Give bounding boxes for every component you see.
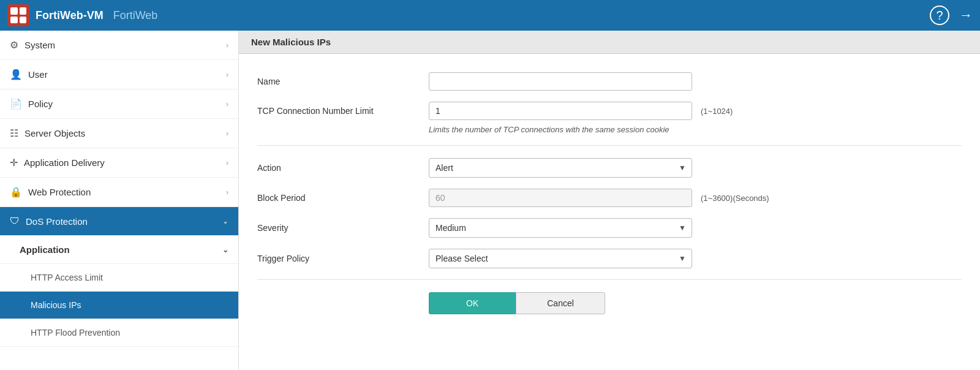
sidebar-item-user[interactable]: 👤 User › xyxy=(0,60,238,89)
lock-icon: 🔒 xyxy=(10,186,22,198)
severity-row: Severity Low Medium High Critical ▼ xyxy=(257,218,962,238)
sidebar-item-http-flood-prevention[interactable]: HTTP Flood Prevention xyxy=(0,319,238,347)
tcp-connection-description: Limits the number of TCP connections wit… xyxy=(429,125,962,134)
sidebar-label-http-access-limit: HTTP Access Limit xyxy=(31,273,228,282)
name-label: Name xyxy=(257,77,429,86)
block-period-row: Block Period (1~3600)(Seconds) xyxy=(257,189,962,207)
gear-icon: ⚙ xyxy=(10,39,18,51)
severity-select-wrapper: Low Medium High Critical ▼ xyxy=(429,218,692,238)
sidebar-label-application-delivery: Application Delivery xyxy=(24,157,226,168)
trigger-policy-row: Trigger Policy Please Select ▼ xyxy=(257,249,962,268)
sidebar-label-system: System xyxy=(24,40,226,50)
ok-button[interactable]: OK xyxy=(429,292,516,314)
policy-icon: 📄 xyxy=(10,98,22,110)
sidebar-item-server-objects[interactable]: ☷ Server Objects › xyxy=(0,119,238,148)
block-period-label: Block Period xyxy=(257,193,429,203)
topbar-product: FortiWeb-VM xyxy=(36,9,104,22)
tcp-connection-row: TCP Connection Number Limit (1~1024) xyxy=(257,102,962,120)
trigger-policy-label: Trigger Policy xyxy=(257,254,429,263)
topbar: FortiWeb-VM FortiWeb ? → xyxy=(0,0,980,31)
sidebar-label-malicious-ips: Malicious IPs xyxy=(31,300,228,310)
sidebar-item-http-access-limit[interactable]: HTTP Access Limit xyxy=(0,264,238,292)
page-title: New Malicious IPs xyxy=(239,31,980,54)
shield-icon: 🛡 xyxy=(10,216,20,227)
sidebar-label-dos-protection: DoS Protection xyxy=(26,216,222,227)
chevron-right-icon: › xyxy=(226,188,228,197)
trigger-policy-select[interactable]: Please Select xyxy=(429,249,692,268)
chevron-down-icon: ⌄ xyxy=(222,217,228,225)
action-row: Action Alert Block Deny (no log) ▼ xyxy=(257,158,962,178)
cancel-button[interactable]: Cancel xyxy=(516,292,605,314)
server-icon: ☷ xyxy=(10,127,18,139)
chevron-right-icon: › xyxy=(226,129,228,138)
action-select[interactable]: Alert Block Deny (no log) xyxy=(429,158,692,178)
chevron-right-icon: › xyxy=(226,41,228,50)
fortiweb-logo-icon xyxy=(7,4,29,26)
tcp-connection-label: TCP Connection Number Limit xyxy=(257,106,429,116)
name-input[interactable] xyxy=(429,72,692,91)
action-select-wrapper: Alert Block Deny (no log) ▼ xyxy=(429,158,692,178)
sidebar-item-dos-protection[interactable]: 🛡 DoS Protection ⌄ xyxy=(0,207,238,236)
chevron-right-icon: › xyxy=(226,70,228,79)
sidebar-item-policy[interactable]: 📄 Policy › xyxy=(0,89,238,119)
tcp-connection-input[interactable] xyxy=(429,102,692,120)
trigger-policy-select-wrapper: Please Select ▼ xyxy=(429,249,692,268)
block-period-hint: (1~3600)(Seconds) xyxy=(701,194,769,203)
topbar-icons: ? → xyxy=(930,6,973,25)
sidebar-label-web-protection: Web Protection xyxy=(28,187,226,197)
button-row: OK Cancel xyxy=(429,292,962,314)
chevron-right-icon: › xyxy=(226,159,228,167)
sidebar-item-system[interactable]: ⚙ System › xyxy=(0,31,238,60)
sidebar-label-policy: Policy xyxy=(28,99,226,109)
name-row: Name xyxy=(257,72,962,91)
sidebar-item-web-protection[interactable]: 🔒 Web Protection › xyxy=(0,178,238,207)
chevron-down-icon: ⌄ xyxy=(222,246,228,254)
topbar-brand: FortiWeb xyxy=(113,9,158,22)
sidebar: ⚙ System › 👤 User › 📄 Policy › ☷ Server … xyxy=(0,31,239,370)
help-button[interactable]: ? xyxy=(930,6,949,25)
action-label: Action xyxy=(257,163,429,173)
sidebar-label-user: User xyxy=(28,69,226,80)
sidebar-label-server-objects: Server Objects xyxy=(24,128,226,138)
chevron-right-icon: › xyxy=(226,100,228,108)
form-area: Name TCP Connection Number Limit (1~1024… xyxy=(239,54,980,327)
form-divider xyxy=(257,145,962,146)
main-content: New Malicious IPs Name TCP Connection Nu… xyxy=(239,31,980,370)
tcp-connection-hint: (1~1024) xyxy=(701,107,733,116)
exit-button[interactable]: → xyxy=(959,7,973,23)
main-layout: ⚙ System › 👤 User › 📄 Policy › ☷ Server … xyxy=(0,31,980,370)
sidebar-item-application[interactable]: Application ⌄ xyxy=(0,236,238,264)
severity-label: Severity xyxy=(257,223,429,233)
sidebar-item-application-delivery[interactable]: ✛ Application Delivery › xyxy=(0,148,238,178)
sidebar-label-http-flood-prevention: HTTP Flood Prevention xyxy=(31,328,228,338)
sidebar-item-malicious-ips[interactable]: Malicious IPs xyxy=(0,292,238,319)
form-divider-2 xyxy=(257,279,962,280)
sidebar-label-application: Application xyxy=(20,244,222,255)
severity-select[interactable]: Low Medium High Critical xyxy=(429,218,692,238)
topbar-logo: FortiWeb-VM FortiWeb xyxy=(7,4,157,26)
block-period-input[interactable] xyxy=(429,189,692,207)
user-icon: 👤 xyxy=(10,69,22,80)
delivery-icon: ✛ xyxy=(10,157,18,168)
